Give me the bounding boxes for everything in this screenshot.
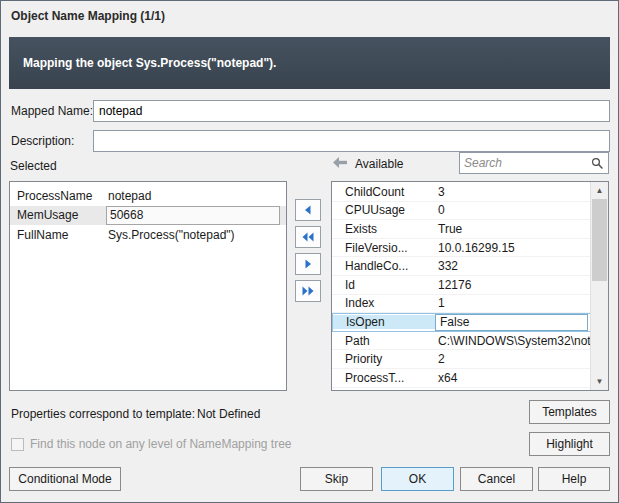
available-list-label: Available — [355, 157, 403, 171]
search-icon[interactable] — [591, 157, 604, 173]
table-row[interactable]: CPUUsage 0 — [332, 202, 591, 221]
window-title: Object Name Mapping (1/1) — [11, 9, 165, 23]
help-button[interactable]: Help — [538, 467, 610, 491]
search-input[interactable] — [460, 153, 594, 173]
property-name: Index — [332, 296, 434, 310]
property-name: FileVersio... — [332, 241, 434, 255]
arrow-left-icon — [303, 203, 313, 218]
available-list-header: Available — [333, 157, 403, 171]
transfer-buttons — [295, 199, 321, 302]
double-arrow-left-icon — [302, 230, 314, 245]
scroll-down-icon[interactable]: ▼ — [591, 373, 608, 390]
property-value[interactable]: Sys.Process("notepad") — [106, 228, 280, 242]
property-value[interactable]: 10.0.16299.15 — [434, 241, 591, 255]
table-row[interactable]: ProcessName notepad — [10, 186, 286, 206]
skip-button[interactable]: Skip — [300, 467, 373, 491]
scrollbar-thumb[interactable] — [592, 199, 607, 281]
search-box — [459, 152, 609, 174]
property-value[interactable]: 3 — [434, 185, 591, 199]
property-value[interactable]: 50668 — [106, 206, 280, 225]
property-value[interactable]: 0 — [434, 203, 591, 217]
selected-list-label: Selected — [10, 159, 57, 173]
table-row[interactable]: FullName Sys.Process("notepad") — [10, 225, 286, 245]
double-arrow-right-icon — [302, 284, 314, 299]
property-value[interactable]: 1 — [434, 296, 591, 310]
find-node-label: Find this node on any level of NameMappi… — [30, 437, 292, 451]
property-value[interactable]: 2 — [434, 352, 591, 366]
move-right-button[interactable] — [295, 253, 321, 275]
table-row[interactable]: Priority 2 — [332, 350, 591, 369]
table-row[interactable]: Index 1 — [332, 295, 591, 314]
property-name: HandleCo... — [332, 259, 434, 273]
property-name: CPUUsage — [332, 203, 434, 217]
template-status-label: Properties correspond to template: — [11, 407, 195, 421]
property-name: FullName — [10, 228, 106, 242]
property-value[interactable]: notepad — [106, 189, 280, 203]
highlight-button[interactable]: Highlight — [529, 432, 610, 456]
property-name: MemUsage — [10, 208, 106, 222]
find-node-checkbox[interactable] — [11, 438, 24, 451]
property-value[interactable]: C:\WINDOWS\System32\note... — [434, 334, 591, 348]
property-name: Id — [332, 278, 434, 292]
back-arrow-icon — [333, 157, 348, 171]
table-row[interactable]: FileVersio... 10.0.16299.15 — [332, 239, 591, 258]
property-name: Priority — [332, 352, 434, 366]
description-label: Description: — [11, 134, 74, 148]
table-row[interactable]: HandleCo... 332 — [332, 257, 591, 276]
arrow-right-icon — [303, 257, 313, 272]
table-row[interactable]: ChildCount 3 — [332, 183, 591, 202]
mapping-banner: Mapping the object Sys.Process("notepad"… — [9, 37, 610, 89]
ok-button[interactable]: OK — [381, 467, 454, 491]
property-name: Exists — [332, 222, 434, 236]
property-name: IsOpen — [333, 315, 435, 329]
available-properties-list: ChildCount 3 CPUUsage 0 Exists True File… — [331, 181, 609, 391]
property-value[interactable]: True — [434, 222, 591, 236]
table-row[interactable]: Path C:\WINDOWS\System32\note... — [332, 332, 591, 351]
mapped-name-input[interactable] — [93, 100, 610, 122]
property-value[interactable]: False — [435, 314, 588, 331]
conditional-mode-button[interactable]: Conditional Mode — [9, 467, 121, 491]
move-left-button[interactable] — [295, 199, 321, 221]
description-input[interactable] — [93, 130, 610, 152]
scroll-up-icon[interactable]: ▲ — [591, 182, 608, 199]
move-all-right-button[interactable] — [295, 280, 321, 302]
object-name-mapping-dialog: Object Name Mapping (1/1) Mapping the ob… — [0, 0, 619, 503]
property-name: ProcessT... — [332, 371, 434, 385]
property-value[interactable]: x64 — [434, 371, 591, 385]
cancel-button[interactable]: Cancel — [460, 467, 533, 491]
table-row-selected[interactable]: MemUsage 50668 — [10, 206, 286, 226]
table-row[interactable]: Id 12176 — [332, 276, 591, 295]
property-name: ProcessName — [10, 189, 106, 203]
title-bar[interactable]: Object Name Mapping (1/1) — [1, 1, 618, 31]
banner-text: Mapping the object Sys.Process("notepad"… — [23, 56, 276, 70]
move-all-left-button[interactable] — [295, 226, 321, 248]
property-value[interactable]: 12176 — [434, 278, 591, 292]
table-row[interactable]: ProcessT... x64 — [332, 369, 591, 388]
vertical-scrollbar[interactable]: ▲ ▼ — [590, 182, 608, 390]
selected-properties-list: ProcessName notepad MemUsage 50668 FullN… — [9, 181, 287, 391]
property-name: Path — [332, 334, 434, 348]
templates-button[interactable]: Templates — [529, 400, 610, 424]
mapped-name-label: Mapped Name: — [11, 104, 93, 118]
template-status-value: Not Defined — [197, 407, 260, 421]
table-row-selected[interactable]: IsOpen False — [332, 313, 591, 332]
property-name: ChildCount — [332, 185, 434, 199]
table-row[interactable]: Exists True — [332, 220, 591, 239]
property-value[interactable]: 332 — [434, 259, 591, 273]
